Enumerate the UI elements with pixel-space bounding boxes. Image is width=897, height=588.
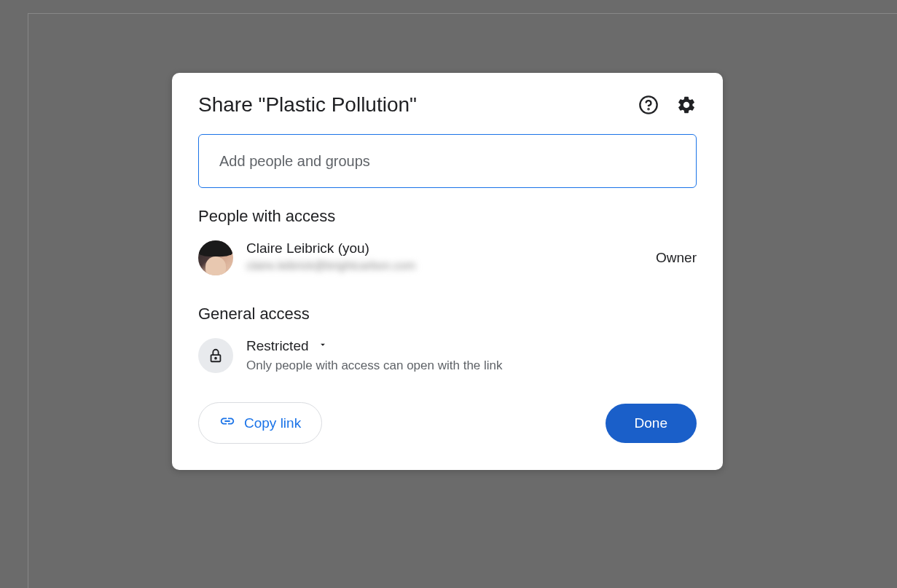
person-email: claire.leibrick@brightcarbon.com [246, 259, 415, 273]
add-people-input[interactable] [198, 134, 697, 188]
dialog-footer: Copy link Done [198, 402, 697, 444]
chevron-down-icon [318, 340, 328, 353]
person-name: Claire Leibrick (you) [246, 240, 415, 256]
copy-link-label: Copy link [244, 415, 301, 431]
person-row: Claire Leibrick (you) claire.leibrick@br… [198, 240, 697, 275]
person-info: Claire Leibrick (you) claire.leibrick@br… [246, 240, 415, 273]
person-left: Claire Leibrick (you) claire.leibrick@br… [198, 240, 415, 275]
people-section-title: People with access [198, 207, 697, 226]
done-button[interactable]: Done [606, 404, 697, 443]
access-info: Restricted Only people with access can o… [246, 338, 503, 373]
share-dialog: Share "Plastic Pollution" People with ac… [172, 73, 723, 470]
header-icons [638, 95, 697, 115]
link-icon [219, 413, 235, 433]
person-role: Owner [656, 250, 697, 266]
avatar [198, 240, 233, 275]
access-mode-dropdown[interactable]: Restricted [246, 338, 503, 354]
copy-link-button[interactable]: Copy link [198, 402, 322, 444]
access-mode-label: Restricted [246, 338, 309, 354]
dialog-title: Share "Plastic Pollution" [198, 93, 417, 117]
settings-icon[interactable] [676, 95, 697, 115]
svg-point-1 [648, 109, 649, 109]
access-description: Only people with access can open with th… [246, 358, 503, 373]
general-section-title: General access [198, 305, 697, 324]
help-icon[interactable] [638, 95, 659, 115]
general-access-row: Restricted Only people with access can o… [198, 338, 697, 373]
lock-icon [198, 338, 233, 373]
dialog-header: Share "Plastic Pollution" [198, 93, 697, 117]
svg-point-3 [215, 358, 216, 359]
